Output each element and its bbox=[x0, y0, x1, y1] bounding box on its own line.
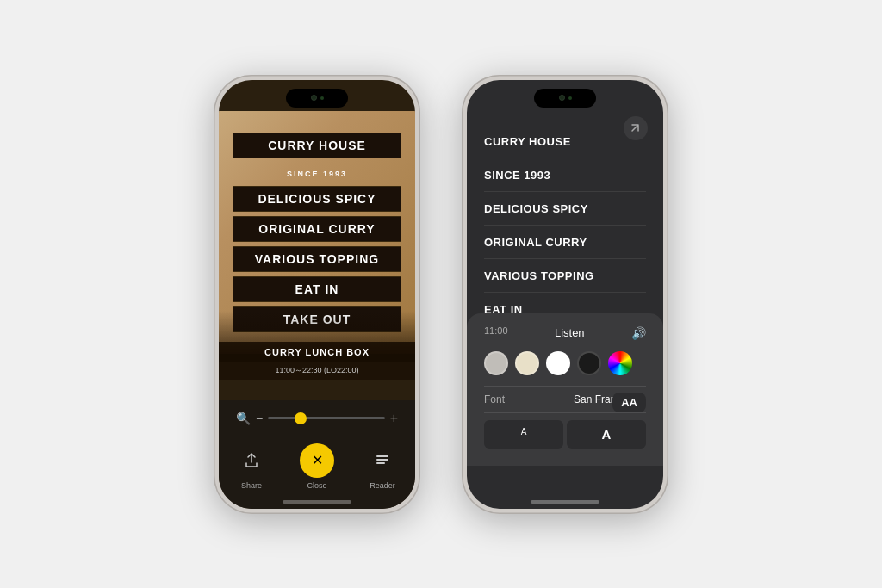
camera-dot-right bbox=[559, 95, 565, 101]
swatch-warm[interactable] bbox=[515, 351, 539, 375]
size-row: A A bbox=[484, 420, 646, 449]
swatch-multicolor[interactable] bbox=[608, 351, 632, 375]
share-label: Share bbox=[241, 481, 262, 490]
toolbar: Share ✕ Close Reader bbox=[219, 433, 415, 509]
hours-strip: 11:00～22:30 (LO22:00) bbox=[219, 362, 415, 380]
sign-row-delicious: DELICIOUS SPICY bbox=[233, 186, 401, 212]
sensor-dot bbox=[320, 96, 324, 100]
extracted-text-3: ORIGINAL CURRY bbox=[484, 236, 587, 249]
close-label: Close bbox=[307, 481, 326, 490]
scene: CURRY HOUSE SINCE 1993 DELICIOUS SPICY O… bbox=[0, 0, 882, 588]
sensor-dot-right bbox=[568, 96, 572, 100]
sign-text-eatin: EAT IN bbox=[295, 282, 339, 296]
extracted-text-1: SINCE 1993 bbox=[484, 169, 550, 182]
swatch-gray[interactable] bbox=[484, 351, 508, 375]
extracted-item-1: SINCE 1993 bbox=[484, 158, 646, 192]
sign-row-takeout: TAKE OUT bbox=[233, 306, 401, 332]
extracted-item-0: CURRY HOUSE bbox=[484, 125, 646, 158]
reader-label: Reader bbox=[370, 481, 395, 490]
sign-row-since: SINCE 1993 bbox=[233, 163, 401, 182]
sign-row-original: ORIGINAL CURRY bbox=[233, 216, 401, 242]
minus-icon[interactable]: − bbox=[256, 412, 263, 425]
sign-text-since: SINCE 1993 bbox=[287, 170, 347, 178]
sign-row-eatin: EAT IN bbox=[233, 276, 401, 302]
listen-row: 11:00 Listen 🔊 bbox=[484, 325, 646, 341]
extracted-text-0: CURRY HOUSE bbox=[484, 135, 571, 148]
phone-right-screen: CURRY HOUSE SINCE 1993 DELICIOUS SPICY O… bbox=[467, 80, 663, 509]
small-text-button[interactable]: A bbox=[484, 420, 563, 449]
plus-icon[interactable]: + bbox=[390, 411, 398, 426]
listen-panel: 11:00 Listen 🔊 Font San Francisco › bbox=[467, 313, 663, 466]
sign-text-delicious: DELICIOUS SPICY bbox=[258, 192, 376, 206]
sign-text-curry-house: CURRY HOUSE bbox=[268, 139, 366, 152]
sign-text-various: VARIOUS TOPPING bbox=[255, 252, 379, 266]
sign-text-takeout: TAKE OUT bbox=[283, 313, 351, 326]
reader-toolbar-item[interactable]: Reader bbox=[365, 443, 400, 490]
dynamic-island-left bbox=[286, 89, 348, 108]
extracted-text-2: DELICIOUS SPICY bbox=[484, 202, 588, 215]
extracted-item-3: ORIGINAL CURRY bbox=[484, 226, 646, 259]
home-indicator-left bbox=[283, 500, 351, 504]
extracted-item-2: DELICIOUS SPICY bbox=[484, 192, 646, 226]
share-toolbar-item[interactable]: Share bbox=[234, 443, 269, 490]
close-button[interactable]: ✕ bbox=[300, 443, 334, 478]
svg-rect-2 bbox=[376, 462, 385, 464]
camera-dot bbox=[311, 95, 317, 101]
dynamic-island-right bbox=[534, 89, 596, 108]
large-text-button[interactable]: A bbox=[567, 420, 646, 449]
close-toolbar-item[interactable]: ✕ Close bbox=[300, 443, 334, 490]
sign-container: CURRY HOUSE SINCE 1993 DELICIOUS SPICY O… bbox=[219, 111, 415, 354]
extracted-text-4: VARIOUS TOPPING bbox=[484, 269, 594, 282]
listen-label[interactable]: Listen bbox=[555, 326, 585, 339]
font-label: Font bbox=[484, 393, 505, 405]
sign-text-original: ORIGINAL CURRY bbox=[258, 222, 375, 236]
home-indicator-right bbox=[531, 500, 599, 504]
extracted-item-4: VARIOUS TOPPING bbox=[484, 259, 646, 293]
zoom-out-icon[interactable]: 🔍 bbox=[236, 412, 251, 425]
svg-rect-0 bbox=[376, 455, 388, 457]
controls-bar: 🔍 − + bbox=[219, 400, 415, 433]
phone-right: CURRY HOUSE SINCE 1993 DELICIOUS SPICY O… bbox=[462, 75, 668, 514]
sign-row-curry-house: CURRY HOUSE bbox=[233, 133, 401, 158]
swatch-white[interactable] bbox=[546, 351, 570, 375]
aa-button[interactable]: AA bbox=[612, 393, 646, 412]
curry-lunch-strip: CURRY LUNCH BOX bbox=[219, 342, 415, 362]
partial-time-text: 11:00 bbox=[484, 325, 508, 336]
color-swatches bbox=[484, 351, 646, 375]
phone-left-screen: CURRY HOUSE SINCE 1993 DELICIOUS SPICY O… bbox=[219, 80, 415, 509]
reader-button[interactable] bbox=[365, 443, 400, 478]
speaker-icon[interactable]: 🔊 bbox=[631, 326, 646, 340]
expand-button[interactable] bbox=[624, 116, 648, 140]
share-button[interactable] bbox=[234, 443, 269, 478]
zoom-slider-track bbox=[268, 417, 384, 419]
swatch-black[interactable] bbox=[577, 351, 601, 375]
svg-rect-1 bbox=[376, 459, 388, 461]
zoom-slider-thumb[interactable] bbox=[295, 412, 307, 424]
phone-left: CURRY HOUSE SINCE 1993 DELICIOUS SPICY O… bbox=[214, 75, 420, 514]
sign-row-various: VARIOUS TOPPING bbox=[233, 246, 401, 272]
